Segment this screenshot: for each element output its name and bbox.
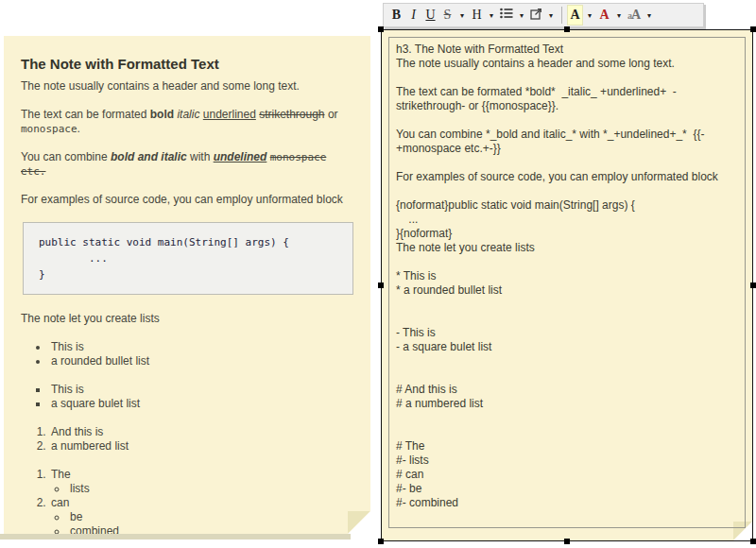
note-text: The note usually contains a header and s… <box>21 79 300 93</box>
note-title: The Note with Formatted Text <box>21 55 355 73</box>
note-source-editor[interactable]: h3. The Note with Formatted Text The not… <box>388 37 746 528</box>
selection-handle-n[interactable] <box>564 26 570 32</box>
link-button[interactable] <box>528 5 544 26</box>
selection-handle-sw[interactable] <box>378 539 384 544</box>
list-menu-arrow[interactable]: ▾ <box>516 5 527 26</box>
bold-button[interactable]: B <box>388 5 404 26</box>
strikethrough-text-sample: strikethrough <box>259 108 324 121</box>
list-item: The lists <box>49 468 355 496</box>
square-bullet-list: This is a square bulet list <box>21 383 355 411</box>
note-editor-node[interactable]: h3. The Note with Formatted Text The not… <box>381 29 753 541</box>
list-item: a rounded bullet list <box>49 354 355 368</box>
text-background-menu-arrow[interactable]: ▾ <box>584 5 595 26</box>
nested-list: The lists can be combined <box>21 468 355 539</box>
underlined-text-sample: underlined <box>203 108 256 121</box>
link-menu-arrow[interactable]: ▾ <box>545 5 557 26</box>
list-item: can be combined <box>49 496 355 539</box>
strikethrough-button[interactable]: S <box>439 5 455 26</box>
note-preview-node[interactable]: The Note with Formatted Text The note us… <box>4 36 370 534</box>
list-item: be <box>68 510 355 524</box>
note-paragraph: The text can be formated bold italic und… <box>21 108 355 136</box>
list-item: This is <box>49 340 355 354</box>
note-fold-cut <box>348 511 370 534</box>
toolbar-separator <box>561 7 562 24</box>
heading-menu-arrow[interactable]: ▾ <box>486 5 497 26</box>
font-size-large-glyph: A <box>631 8 641 23</box>
strikethrough-menu-arrow[interactable]: ▾ <box>456 5 468 26</box>
bold-italic-text-sample: bold and italic <box>111 150 187 163</box>
selection-handle-s[interactable] <box>564 539 570 544</box>
numbered-list: And this is a numbered list <box>21 425 355 454</box>
heading-button[interactable]: H <box>469 5 485 26</box>
monospace-text-sample: monospace <box>21 123 77 135</box>
diagram-canvas[interactable]: B I U S ▾ H ▾ ▾ ▾ A ▾ A ▾ a A ▾ The Note <box>0 0 756 548</box>
list-item: This is <box>49 383 355 397</box>
nested-sublist: lists <box>51 482 355 496</box>
italic-text-sample: italic <box>177 108 199 121</box>
list-item: a numbered list <box>49 439 355 454</box>
text-color-menu-arrow[interactable]: ▾ <box>613 5 625 26</box>
font-size-menu-arrow[interactable]: ▾ <box>644 5 655 26</box>
note-paragraph: The note usually contains a header and s… <box>21 79 355 94</box>
italic-button[interactable]: I <box>405 5 421 26</box>
note-paragraph: For examples of source code, you can emp… <box>21 193 355 207</box>
list-item: a square bulet list <box>49 397 355 411</box>
selection-handle-ne[interactable] <box>750 26 756 32</box>
lists-intro: The note let you create lists <box>21 312 355 326</box>
selection-handle-w[interactable] <box>378 283 384 288</box>
bold-italic-underlined-text-sample: undelined <box>214 150 267 163</box>
note-text: The text can be formated <box>21 108 150 121</box>
selection-handle-nw[interactable] <box>378 26 384 32</box>
list-button[interactable] <box>498 5 515 26</box>
rounded-bullet-list: This is a rounded bullet list <box>21 340 355 368</box>
formatting-toolbar: B I U S ▾ H ▾ ▾ ▾ A ▾ A ▾ a A ▾ <box>383 3 704 27</box>
underline-button[interactable]: U <box>422 5 438 26</box>
text-background-color-button[interactable]: A <box>567 5 583 26</box>
list-item: lists <box>68 482 355 496</box>
note-bottom-shadow <box>0 534 351 539</box>
text-color-button[interactable]: A <box>596 5 612 26</box>
selection-handle-e[interactable] <box>750 283 756 288</box>
bold-text-sample: bold <box>150 108 174 121</box>
external-link-icon <box>530 8 542 24</box>
font-size-button[interactable]: a A <box>626 5 643 26</box>
list-item: And this is <box>49 425 355 439</box>
code-block: public static void main(String[] args) {… <box>23 222 353 295</box>
selection-handle-se[interactable] <box>750 539 756 544</box>
note-paragraph: You can combine bold and italic with und… <box>21 150 355 179</box>
list-icon <box>500 8 513 23</box>
